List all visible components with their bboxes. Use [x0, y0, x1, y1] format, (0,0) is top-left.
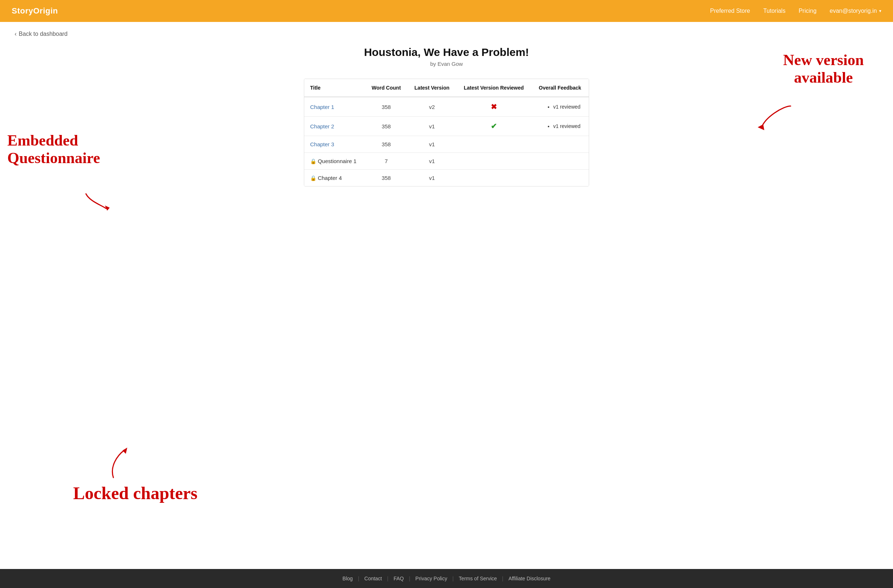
svg-marker-0 [758, 124, 764, 130]
back-to-dashboard-link[interactable]: ‹ Back to dashboard [15, 31, 68, 37]
table-row: 🔒 Chapter 4358v1 [304, 170, 589, 186]
annotation-locked: Locked chapters [73, 483, 197, 503]
feedback-list: v1 reviewed [553, 104, 583, 110]
cell-feedback-1: v1 reviewed [531, 117, 589, 136]
footer-separator: | [502, 576, 504, 581]
col-header-word-count: Word Count [365, 79, 408, 97]
chevron-down-icon: ▾ [879, 8, 881, 14]
arrow-new-version-icon [754, 102, 798, 132]
cell-reviewed-2 [456, 136, 531, 153]
table-body: Chapter 1358v2✖v1 reviewedChapter 2358v1… [304, 97, 589, 186]
cell-title-0[interactable]: Chapter 1 [304, 97, 365, 117]
cell-title-2[interactable]: Chapter 3 [304, 136, 365, 153]
cell-feedback-4 [531, 170, 589, 186]
header: StoryOrigin Preferred Store Tutorials Pr… [0, 0, 893, 22]
cell-feedback-0: v1 reviewed [531, 97, 589, 117]
table-row: 🔒 Questionnaire 17v1 [304, 153, 589, 170]
cell-reviewed-1: ✔ [456, 117, 531, 136]
xmark-icon: ✖ [491, 103, 497, 111]
table-row: Chapter 2358v1✔v1 reviewed [304, 117, 589, 136]
cell-title-4: 🔒 Chapter 4 [304, 170, 365, 186]
book-title: Houstonia, We Have a Problem! [15, 46, 878, 59]
footer-separator: | [453, 576, 454, 581]
footer-link-privacy-policy[interactable]: Privacy Policy [415, 576, 447, 581]
cell-latest-version-3: v1 [408, 153, 456, 170]
cell-latest-version-1: v1 [408, 117, 456, 136]
cell-reviewed-0: ✖ [456, 97, 531, 117]
user-menu[interactable]: evan@storyorig.in ▾ [830, 8, 881, 14]
footer-link-affiliate-disclosure[interactable]: Affiliate Disclosure [508, 576, 550, 581]
cell-title-3: 🔒 Questionnaire 1 [304, 153, 365, 170]
cell-word-count-4: 358 [365, 170, 408, 186]
col-header-feedback: Overall Feedback [531, 79, 589, 97]
footer-links: Blog|Contact|FAQ|Privacy Policy|Terms of… [7, 576, 886, 581]
feedback-item: v1 reviewed [553, 123, 583, 129]
lock-icon: 🔒 [310, 158, 318, 164]
chapter-link-1[interactable]: Chapter 2 [310, 123, 334, 129]
arrow-locked-icon [102, 445, 132, 481]
footer-link-blog[interactable]: Blog [343, 576, 353, 581]
checkmark-icon: ✔ [491, 122, 497, 130]
footer-link-terms-of-service[interactable]: Terms of Service [459, 576, 497, 581]
table-row: Chapter 3358v1 [304, 136, 589, 153]
feedback-item: v1 reviewed [553, 104, 583, 110]
chevron-left-icon: ‹ [15, 31, 17, 37]
cell-latest-version-4: v1 [408, 170, 456, 186]
cell-latest-version-2: v1 [408, 136, 456, 153]
nav-tutorials[interactable]: Tutorials [763, 8, 785, 14]
footer-separator: | [409, 576, 410, 581]
book-header: Houstonia, We Have a Problem! by Evan Go… [15, 46, 878, 67]
table-row: Chapter 1358v2✖v1 reviewed [304, 97, 589, 117]
cell-word-count-1: 358 [365, 117, 408, 136]
back-link-label: Back to dashboard [19, 31, 67, 37]
table-header-row: Title Word Count Latest Version Latest V… [304, 79, 589, 97]
chapters-table-container: Title Word Count Latest Version Latest V… [304, 79, 589, 186]
book-author: by Evan Gow [15, 61, 878, 67]
footer-separator: | [358, 576, 359, 581]
cell-word-count-2: 358 [365, 136, 408, 153]
chapter-title-locked: Chapter 4 [318, 175, 342, 181]
nav-preferred-store[interactable]: Preferred Store [710, 8, 750, 14]
col-header-title: Title [304, 79, 365, 97]
cell-reviewed-3 [456, 153, 531, 170]
cell-latest-version-0: v2 [408, 97, 456, 117]
cell-word-count-3: 7 [365, 153, 408, 170]
cell-feedback-3 [531, 153, 589, 170]
arrow-embedded-icon [82, 190, 111, 212]
col-header-reviewed: Latest Version Reviewed [456, 79, 531, 97]
svg-marker-2 [122, 448, 127, 454]
feedback-list: v1 reviewed [553, 123, 583, 129]
chapter-link-0[interactable]: Chapter 1 [310, 104, 334, 110]
main-nav: Preferred Store Tutorials Pricing evan@s… [710, 8, 881, 14]
cell-title-1[interactable]: Chapter 2 [304, 117, 365, 136]
cell-feedback-2 [531, 136, 589, 153]
nav-pricing[interactable]: Pricing [799, 8, 816, 14]
lock-icon: 🔒 [310, 175, 318, 181]
footer-link-contact[interactable]: Contact [364, 576, 382, 581]
chapter-link-2[interactable]: Chapter 3 [310, 141, 334, 147]
chapters-table: Title Word Count Latest Version Latest V… [304, 79, 589, 186]
brand-logo[interactable]: StoryOrigin [12, 6, 58, 16]
col-header-latest-version: Latest Version [408, 79, 456, 97]
footer-link-faq[interactable]: FAQ [394, 576, 404, 581]
cell-reviewed-4 [456, 170, 531, 186]
svg-marker-1 [105, 206, 110, 211]
annotation-embedded: Embedded Questionnaire [7, 132, 100, 167]
footer: Blog|Contact|FAQ|Privacy Policy|Terms of… [0, 569, 893, 588]
cell-word-count-0: 358 [365, 97, 408, 117]
main-content: ‹ Back to dashboard New version availabl… [0, 22, 893, 569]
footer-separator: | [387, 576, 389, 581]
user-email: evan@storyorig.in [830, 8, 877, 14]
chapter-title-locked: Questionnaire 1 [318, 158, 356, 164]
